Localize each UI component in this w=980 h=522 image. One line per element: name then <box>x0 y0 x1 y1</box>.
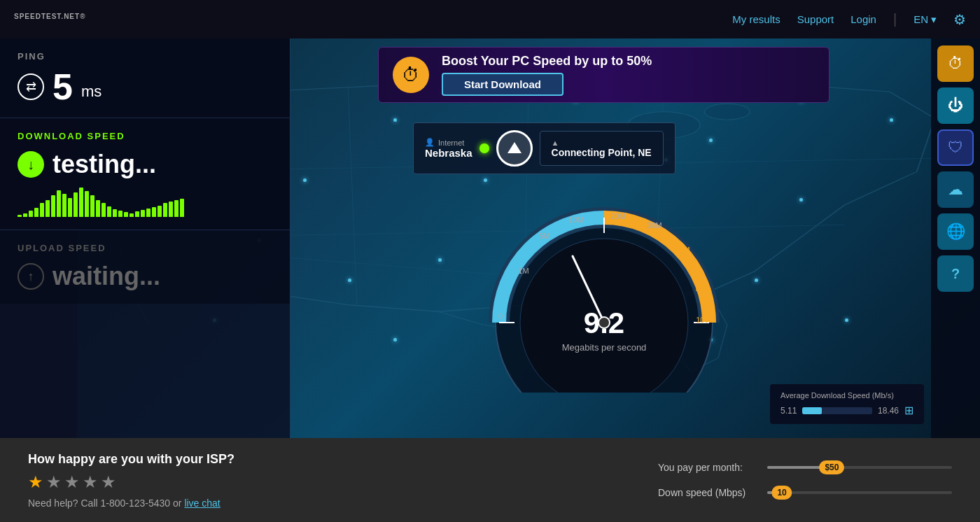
download-value-row: ↓ testing... <box>18 150 272 179</box>
rating-question: How happy are you with your ISP? <box>28 452 658 467</box>
right-icons-panel: ⏱ ⏻ 🛡 ☁ 🌐 ? <box>931 38 980 438</box>
shield-button[interactable]: 🛡 <box>937 129 974 166</box>
ping-label: PING <box>18 51 272 62</box>
isp-rating-section: How happy are you with your ISP? ★ ★ ★ ★… <box>28 452 658 509</box>
speedometer-svg: 9.2 Megabits per second 0 1M 5M 10M 20M … <box>478 183 730 393</box>
star-2[interactable]: ★ <box>46 472 62 492</box>
conn-isp-label: Internet <box>438 139 464 147</box>
bar <box>23 213 27 218</box>
connection-info-box: 👤 Internet Nebraska ▲ Connecting Point, … <box>413 122 676 174</box>
ad-title: Boost Your PC Speed by up to 50% <box>442 54 815 69</box>
nav-support[interactable]: Support <box>797 13 834 25</box>
avg-speed-values: 5.11 18.46 ⊞ <box>780 404 913 417</box>
ping-unit: ms <box>81 83 102 101</box>
star-4[interactable]: ★ <box>83 472 98 492</box>
shield-icon: 🛡 <box>948 139 963 157</box>
globe-icon: 🌐 <box>946 223 965 241</box>
server-select-button[interactable] <box>496 130 533 167</box>
lang-selector[interactable]: EN ▾ <box>913 13 937 26</box>
price-track: $50 <box>767 466 952 469</box>
cloud-upload-icon: ☁ <box>948 181 963 199</box>
download-icon: ↓ <box>18 151 44 178</box>
bar <box>118 211 122 217</box>
svg-text:30M: 30M <box>647 221 662 230</box>
bar <box>68 198 72 218</box>
download-status: testing... <box>52 150 156 179</box>
bar <box>163 203 167 217</box>
bar <box>79 188 83 217</box>
nav-divider: | <box>893 11 897 27</box>
help-button[interactable]: ? <box>937 255 974 292</box>
svg-text:100M: 100M <box>696 316 715 324</box>
header: SPEEDTEST.NET® My results Support Login … <box>0 0 980 38</box>
avg-speed-min: 5.11 <box>780 406 797 416</box>
bar <box>174 200 178 217</box>
help-text: Need help? Call 1-800-123-5430 or live c… <box>28 498 658 509</box>
avg-speed-expand-icon[interactable]: ⊞ <box>904 404 913 417</box>
avg-speed-bar-container <box>802 407 872 414</box>
bar <box>29 211 33 217</box>
nav-login[interactable]: Login <box>850 13 876 25</box>
svg-text:75M: 75M <box>694 284 709 292</box>
bottom-bar: How happy are you with your ISP? ★ ★ ★ ★… <box>0 438 980 522</box>
power-settings-button[interactable]: ⏻ <box>937 87 974 124</box>
bar <box>34 208 38 217</box>
svg-text:0: 0 <box>498 312 503 320</box>
ad-text: Boost Your PC Speed by up to 50% Start D… <box>442 54 815 96</box>
svg-text:5M: 5M <box>539 232 550 240</box>
help-icon: ? <box>951 266 960 282</box>
globe-button[interactable]: 🌐 <box>937 213 974 250</box>
star-5[interactable]: ★ <box>101 472 116 492</box>
conn-isp-info: 👤 Internet Nebraska <box>425 138 472 159</box>
avg-speed-max: 18.46 <box>878 406 899 416</box>
logo-sup: ® <box>80 12 85 20</box>
bar <box>85 191 89 217</box>
bar <box>113 209 117 217</box>
bar <box>158 206 162 218</box>
mountain-icon: ▲ <box>552 139 559 147</box>
ad-clock-icon: ⏱ <box>393 57 429 93</box>
bar <box>180 199 184 217</box>
svg-text:50M: 50M <box>675 246 690 254</box>
ad-download-button[interactable]: Start Download <box>442 73 564 96</box>
left-panel: PING ⇄ 5 ms DOWNLOAD SPEED ↓ testing... … <box>0 38 290 438</box>
map-dot <box>393 338 397 341</box>
stopwatch-icon: ⏱ <box>948 55 963 73</box>
price-thumb[interactable]: $50 <box>819 460 844 474</box>
map-dot <box>845 318 848 322</box>
upload-section: UPLOAD SPEED ↑ waiting... <box>0 230 290 304</box>
bar <box>57 190 61 218</box>
download-bars <box>18 189 272 217</box>
speed-track: 10 <box>767 491 952 494</box>
nav: My results Support Login | EN ▾ ⚙ <box>732 11 966 28</box>
stopwatch-button[interactable]: ⏱ <box>937 45 974 82</box>
avg-speed-bar <box>802 407 822 414</box>
speed-row: Down speed (Mbps) 10 <box>658 486 952 500</box>
avg-speed-title: Average Download Speed (Mb/s) <box>780 391 913 400</box>
bar <box>74 192 78 217</box>
star-3[interactable]: ★ <box>64 472 80 492</box>
ping-value: 5 <box>52 69 73 105</box>
star-1[interactable]: ★ <box>28 472 43 492</box>
settings-icon[interactable]: ⚙ <box>953 11 966 28</box>
upload-cloud-button[interactable]: ☁ <box>937 171 974 208</box>
bar <box>152 207 156 217</box>
ping-value-row: ⇄ 5 ms <box>18 69 272 105</box>
star-rating[interactable]: ★ ★ ★ ★ ★ <box>28 472 658 492</box>
upload-label: UPLOAD SPEED <box>18 243 272 253</box>
nav-my-results[interactable]: My results <box>732 13 780 25</box>
bar <box>146 209 150 217</box>
live-chat-link[interactable]: live chat <box>184 498 220 509</box>
price-slider[interactable]: $50 <box>767 460 952 474</box>
ad-banner: ⏱ Boost Your PC Speed by up to 50% Start… <box>378 47 830 103</box>
map-dot <box>484 178 487 182</box>
speed-thumb[interactable]: 10 <box>771 486 792 500</box>
download-section: DOWNLOAD SPEED ↓ testing... <box>0 118 290 230</box>
speed-slider[interactable]: 10 <box>767 486 952 500</box>
conn-server-name: Connecting Point, NE <box>552 147 652 158</box>
server-info-box: ▲ Connecting Point, NE <box>540 131 664 166</box>
svg-point-7 <box>705 104 750 120</box>
map-dot <box>709 139 713 142</box>
avg-speed-panel: Average Download Speed (Mb/s) 5.11 18.46… <box>770 384 924 424</box>
bar <box>135 211 139 217</box>
